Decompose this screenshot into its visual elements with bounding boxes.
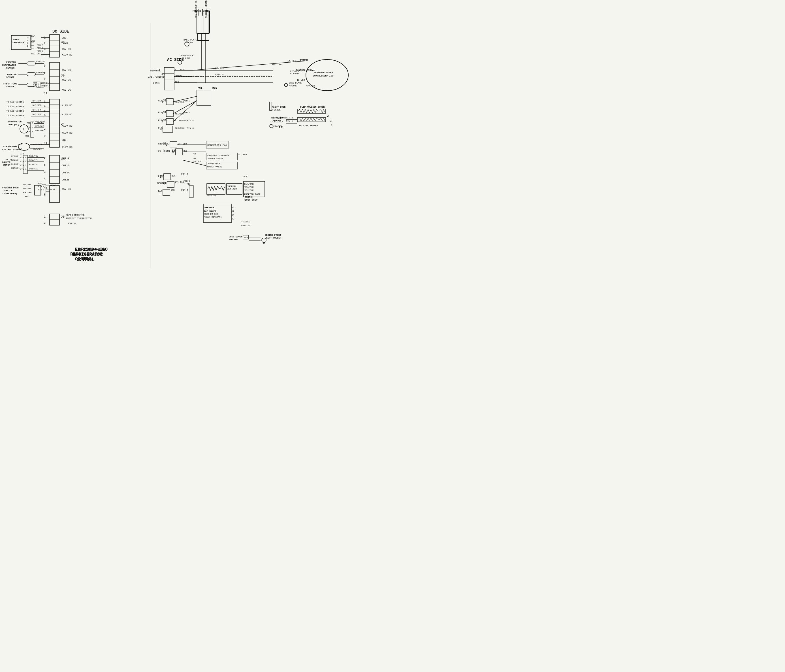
behind-roller-label1: BEHIND FRONT [265, 234, 281, 236]
freezer-evap-sensor-label1: FREEZER [6, 61, 16, 63]
wiring-diagram: ERF2500++ISO REFRIGERATOR CONTROL DC SID… [0, 0, 392, 336]
j4-gnd: GND [62, 139, 66, 142]
j6-5vdc-1: +5V DC [62, 69, 71, 72]
j9-5vdc: +5V DC [62, 48, 71, 51]
comp-ctrl-label1: COMPRESSOR [3, 145, 17, 148]
j9-wire-red: RED [31, 52, 35, 55]
title-line2: REFRIGERATOR [71, 252, 102, 257]
comp-wire-blkwht: BLK/WHT [33, 148, 42, 150]
svg-rect-0 [0, 0, 392, 336]
fan-pin3: PIN 3 [27, 131, 33, 133]
j9-lh1-label: LH1 [37, 53, 41, 55]
fz-sw-wire1: YEL/PNK [23, 183, 32, 186]
title-line1: ERF2500++ISO [75, 247, 106, 252]
mc1-pin2-label: PIN 2 [183, 99, 190, 102]
j4-12vdc-2: +12V DC [62, 132, 72, 135]
ac-line-pin3: PIN 3 [181, 173, 188, 175]
fan-wire-yellwht: YEL/WHT [35, 121, 44, 123]
j4-pin9: 9 [44, 135, 45, 138]
j1-wire-blk: BLK [175, 81, 179, 83]
damper-wire4: WHT/YEL [11, 167, 20, 169]
comp-red: RED [19, 143, 22, 146]
yellblu-main-inlet: YEL/BLU [192, 160, 202, 163]
ui-pin1: 1 [27, 45, 28, 47]
fz-icemaker-wv-label1: FREEZER ICEMAKER [207, 154, 229, 157]
at1-pin5: PIN 5 [20, 160, 27, 163]
fz-sw-j5-wire1: YEL/PNK [46, 185, 55, 187]
dc-side-label: DC SIDE [52, 29, 69, 34]
j1-neutral-label: NEUTRAL [150, 69, 161, 72]
j9-pin5-label: PIN 5 [37, 50, 43, 52]
rl8-pin4: 4 [160, 128, 162, 131]
j9-pin4: 4 [44, 53, 45, 56]
led-wire-4-color: WHT/BLU [33, 113, 42, 116]
vsc-label1: VARIABLE SPEED [314, 71, 333, 74]
at1-label: AT1 [20, 153, 24, 155]
j4-12vdc-3: +12V DC [62, 146, 72, 149]
j8-pin1: 1 [44, 215, 45, 218]
icemkr-pin3: 3 [232, 210, 234, 213]
damper-j5-wire1: RED/YEL [29, 155, 38, 157]
led-wiring-2: TO LED WIRING [6, 105, 24, 108]
fan-wire-brnwht: BRN/WHT [35, 130, 44, 132]
j2-rl4-label: J2 [163, 111, 167, 114]
j5-out1b: OUT1B [62, 164, 70, 167]
led-wiring-1: TO LED WIRING [6, 100, 24, 103]
damper-wire1: RED/YEL [11, 155, 20, 158]
user-interface-label1: USER [13, 38, 19, 41]
mullion-ltblu-wire: LT. BLU [272, 117, 281, 119]
fz-sw-pin5: PIN 5 [38, 189, 44, 191]
j9-wire-blk: BLK [31, 34, 35, 37]
freezer-sensor-wire-color: GRY/WHT [36, 71, 45, 74]
evap-fan-label2: FAN (DC) [8, 123, 19, 126]
fz-door-sw-ac-title3: (DOOR OPEN) [244, 199, 258, 201]
flip-mullion-label: FLIP MULLION COVER [300, 106, 325, 108]
j8-pin2: 2 [44, 222, 45, 225]
12vdc-label: 12 VDC [297, 79, 305, 81]
fz-evap-heater-label1: FREEZER [207, 194, 216, 197]
led-pin6: 6 [44, 114, 45, 117]
fz-sw-pin4: PIN 4 [38, 185, 44, 188]
fz-icemaker-label4: MAKER DIAGRAM) [204, 216, 222, 218]
j3-pin6: 6 [172, 150, 174, 154]
damper-j5-wire4: WHT/YEL [29, 168, 38, 170]
j9-gnd: GND [62, 36, 66, 39]
led-pin4: 4 [44, 105, 45, 108]
j2-pin6: 6 [166, 143, 167, 146]
user-interface-label2: INTERFACE [12, 41, 24, 44]
base-plate-gnd-r1: BASE PLATE [289, 82, 302, 84]
fz-icemaker-label2: ICE MAKER [204, 210, 216, 213]
led-12vdc-2: +12V DC [62, 113, 72, 116]
ui-j2-label: J2 [27, 36, 29, 39]
j9-pin4-label: PIN 4 [37, 47, 43, 49]
j1-wire-grnylw: GRN/YEL [175, 75, 184, 77]
vsc-label2: COMPRESSOR/ INV. [313, 75, 335, 77]
ltblu-neutral-line: LT. BLU [215, 67, 224, 69]
j9-pin1: 1 [44, 36, 45, 39]
right-door-flange-label: RIGHT DOOR [272, 106, 285, 108]
comp-blkwht-wire: BLK/WHT [290, 72, 299, 75]
ac-side-label: AC SIDE [167, 58, 184, 62]
mullion-pin1: PIN 1 [286, 120, 293, 122]
j8-5vdc: +5V DC [68, 222, 77, 225]
yel-main-inlet: YEL [192, 158, 197, 160]
led-wiring-4: TO LED WIRING [6, 114, 24, 117]
fz-door-sw-label3: (DOOR OPEN) [2, 192, 17, 195]
comp-wire-from-j4: BLK [272, 63, 276, 66]
icemkr-pin2: 2 [232, 214, 234, 217]
j6-pin7: 7 [44, 78, 45, 81]
grnyl-gnd-line: GRN/YEL [215, 74, 224, 76]
mb1-pin8: PIN 8 [33, 85, 39, 88]
fresh-food-wire2: GRY/BLK [41, 85, 50, 87]
led-wire-1-color: WHT/GRN [33, 100, 42, 102]
led-pin5: 5 [44, 110, 45, 113]
mullion-ltblublk-wire: LT.BLU/BLK [271, 121, 283, 123]
j5-pin8: 8 [44, 193, 45, 196]
j9-pin2: 2 [44, 42, 45, 45]
comp-blk-wire1: BLK [279, 63, 283, 66]
coil-gnd-symbol: ~~~ [244, 236, 248, 239]
j9-comm: COMM. [62, 42, 69, 45]
right-door-flange-label2: FLANGE [272, 108, 281, 111]
main-inlet-wv-label1: MAIN INLET [208, 162, 222, 165]
rl2-brn: BRN [171, 189, 175, 191]
